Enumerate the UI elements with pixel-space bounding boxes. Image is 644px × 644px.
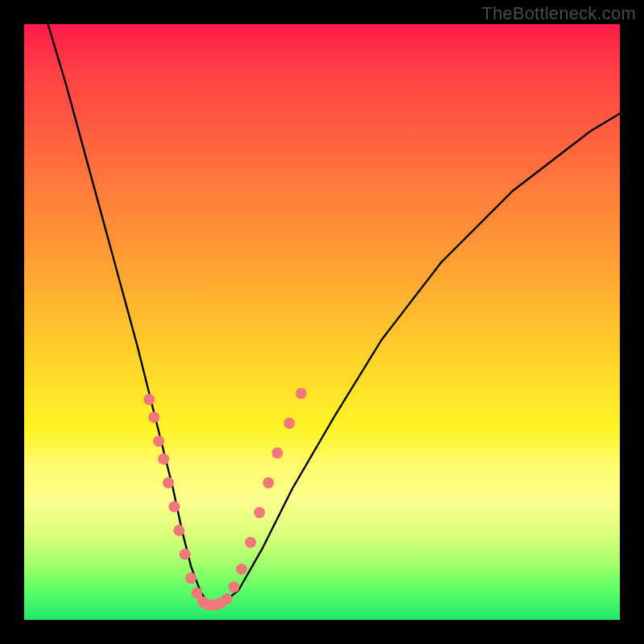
data-point [295, 388, 307, 399]
data-point [153, 436, 164, 447]
data-point [185, 572, 196, 584]
data-point [169, 501, 180, 512]
bottleneck-curve [48, 24, 620, 605]
chart-svg [24, 24, 620, 620]
data-points [143, 388, 307, 611]
data-point [272, 448, 283, 459]
data-point [236, 564, 247, 575]
data-point [254, 507, 265, 518]
outer-frame: TheBottleneck.com [0, 0, 644, 644]
data-point [180, 549, 191, 560]
data-point [163, 477, 174, 489]
data-point [262, 477, 274, 489]
data-point [148, 411, 159, 423]
data-point [173, 525, 184, 536]
data-point [221, 593, 233, 605]
data-point [143, 394, 155, 405]
plot-area [24, 24, 620, 620]
data-point [245, 537, 256, 548]
data-point [158, 453, 169, 464]
watermark-text: TheBottleneck.com [481, 3, 636, 24]
data-point [283, 418, 295, 429]
data-point [229, 581, 240, 592]
